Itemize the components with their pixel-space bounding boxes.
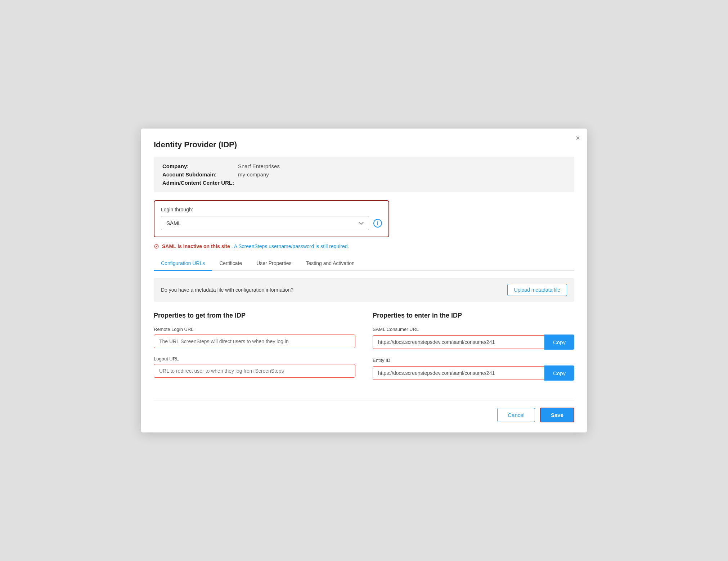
company-row: Company: Snarf Enterprises: [162, 163, 566, 169]
warning-normal-text: . A ScreenSteps username/password is sti…: [232, 243, 349, 249]
logout-row: [154, 364, 355, 378]
right-column: Properties to enter in the IDP SAML Cons…: [373, 312, 574, 389]
tabs-bar: Configuration URLs Certificate User Prop…: [154, 257, 574, 271]
company-value: Snarf Enterprises: [238, 163, 280, 169]
login-select[interactable]: SAML Standard OAuth: [161, 216, 369, 230]
subdomain-value: my-company: [238, 171, 269, 178]
entity-id-input[interactable]: [373, 366, 544, 380]
left-column: Properties to get from the IDP Remote Lo…: [154, 312, 355, 389]
tab-certificate[interactable]: Certificate: [212, 257, 249, 271]
login-section: Login through: SAML Standard OAuth i: [154, 200, 389, 237]
logout-group: Logout URL: [154, 356, 355, 378]
remote-login-row: [154, 335, 355, 348]
url-row: Admin/Content Center URL:: [162, 180, 566, 186]
subdomain-row: Account Subdomain: my-company: [162, 171, 566, 178]
tab-user-properties[interactable]: User Properties: [249, 257, 298, 271]
modal-dialog: × Identity Provider (IDP) Company: Snarf…: [141, 129, 587, 432]
remote-login-input[interactable]: [154, 335, 355, 348]
company-label: Company:: [162, 163, 238, 169]
saml-consumer-copy-button[interactable]: Copy: [544, 335, 574, 350]
login-select-row: SAML Standard OAuth i: [161, 216, 382, 230]
saml-consumer-input[interactable]: [373, 335, 544, 349]
saml-consumer-row: Copy: [373, 335, 574, 350]
entity-id-group: Entity ID Copy: [373, 358, 574, 381]
url-label: Admin/Content Center URL:: [162, 180, 238, 186]
footer: Cancel Save: [154, 408, 574, 422]
logout-input[interactable]: [154, 364, 355, 378]
upload-metadata-button[interactable]: Upload metadata file: [507, 284, 567, 296]
left-section-title: Properties to get from the IDP: [154, 312, 355, 319]
subdomain-label: Account Subdomain:: [162, 171, 238, 178]
right-section-title: Properties to enter in the IDP: [373, 312, 574, 319]
tab-configuration-urls[interactable]: Configuration URLs: [154, 257, 212, 271]
save-button[interactable]: Save: [540, 408, 574, 422]
warning-icon: ⊘: [154, 242, 159, 250]
entity-id-row: Copy: [373, 365, 574, 381]
metadata-question: Do you have a metadata file with configu…: [161, 287, 293, 293]
remote-login-label: Remote Login URL: [154, 327, 355, 332]
info-box: Company: Snarf Enterprises Account Subdo…: [154, 157, 574, 192]
tab-testing-activation[interactable]: Testing and Activation: [298, 257, 361, 271]
entity-id-label: Entity ID: [373, 358, 574, 363]
logout-label: Logout URL: [154, 356, 355, 362]
saml-consumer-group: SAML Consumer URL Copy: [373, 327, 574, 350]
modal-title: Identity Provider (IDP): [154, 140, 574, 149]
saml-consumer-label: SAML Consumer URL: [373, 327, 574, 332]
login-label: Login through:: [161, 207, 382, 212]
warning-row: ⊘ SAML is inactive on this site . A Scre…: [154, 242, 574, 250]
footer-divider: [154, 400, 574, 400]
entity-id-copy-button[interactable]: Copy: [544, 365, 574, 381]
metadata-bar: Do you have a metadata file with configu…: [154, 278, 574, 302]
warning-bold-text: SAML is inactive on this site: [162, 243, 230, 249]
login-info-icon[interactable]: i: [373, 219, 382, 228]
remote-login-group: Remote Login URL: [154, 327, 355, 348]
properties-grid: Properties to get from the IDP Remote Lo…: [154, 312, 574, 389]
cancel-button[interactable]: Cancel: [497, 408, 535, 422]
close-button[interactable]: ×: [576, 134, 580, 142]
